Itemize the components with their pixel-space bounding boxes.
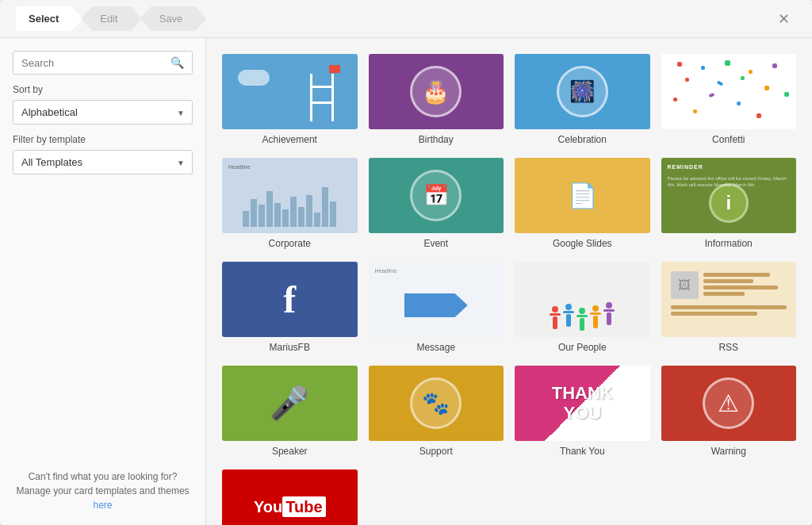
- step-save-label: Save: [159, 13, 183, 25]
- dot-5: [772, 63, 777, 68]
- building-2: [251, 199, 257, 227]
- thumb-youtube: YouTube: [222, 469, 358, 525]
- dot-7: [716, 80, 723, 86]
- template-mariusfb[interactable]: f MariusFB: [222, 262, 358, 353]
- template-googleslides[interactable]: 📄 Google Slides: [515, 158, 650, 249]
- footer-text: Can't find what you are looking for? Man…: [16, 471, 189, 496]
- template-support[interactable]: 🐾 Support: [369, 366, 504, 457]
- template-achievement[interactable]: Achievement: [222, 54, 358, 145]
- content-area: Achievement 🎂 Birthday 🎆 Celebration: [206, 38, 812, 525]
- achievement-ladder: [310, 74, 334, 121]
- close-button[interactable]: ✕: [772, 7, 796, 31]
- thumb-achievement: [222, 54, 358, 129]
- search-box[interactable]: 🔍: [13, 51, 193, 75]
- footer-link[interactable]: here: [93, 500, 112, 511]
- dot-11: [708, 93, 714, 98]
- sort-by-label: Sort by: [13, 84, 193, 95]
- achievement-cloud: [238, 70, 270, 86]
- search-input[interactable]: [21, 57, 166, 69]
- template-rss[interactable]: 🖼: [661, 262, 797, 353]
- sort-section: Sort by Alphabetical Date Name ▼: [13, 84, 193, 125]
- person-2: [563, 304, 574, 327]
- building-4: [266, 191, 273, 227]
- youtube-tube: Tube: [282, 496, 325, 517]
- template-corporate-label: Corporate: [269, 238, 311, 249]
- thumb-rss: 🖼: [661, 262, 797, 337]
- sidebar: 🔍 Sort by Alphabetical Date Name ▼ Filte…: [0, 38, 206, 525]
- building-1: [243, 211, 249, 227]
- dot-3: [725, 60, 730, 66]
- template-ourpeople[interactable]: Our People: [515, 262, 650, 353]
- fb-f-letter: f: [283, 278, 296, 321]
- template-confetti[interactable]: Confetti: [661, 54, 797, 145]
- template-speaker[interactable]: 🎤 Speaker: [222, 366, 358, 457]
- template-celebration[interactable]: 🎆 Celebration: [515, 54, 650, 145]
- dot-8: [741, 76, 745, 80]
- template-warning[interactable]: ⚠ Warning: [661, 366, 797, 457]
- template-support-label: Support: [419, 446, 453, 457]
- rss-lines: [703, 271, 787, 296]
- dot-10: [673, 98, 677, 102]
- modal-header: Select Edit Save ✕: [0, 0, 812, 38]
- person-3: [576, 308, 588, 331]
- youtube-y: You: [254, 498, 282, 515]
- celebration-circle: 🎆: [557, 66, 608, 117]
- building-12: [330, 201, 336, 227]
- step-save[interactable]: Save: [140, 6, 207, 31]
- person-5: [603, 302, 615, 325]
- googleslides-icon: 📄: [568, 182, 597, 209]
- template-information-label: Information: [705, 238, 753, 249]
- info-sub-text: Please be advised the office will be clo…: [668, 175, 791, 189]
- template-corporate[interactable]: Headline: [222, 158, 358, 249]
- filter-select[interactable]: All Templates Corporate Social: [13, 150, 193, 174]
- rss-lines-2: [671, 304, 787, 328]
- thumb-confetti: [661, 54, 797, 129]
- template-event[interactable]: 📅 Event: [369, 158, 504, 249]
- template-birthday-label: Birthday: [419, 134, 454, 145]
- modal-container: Select Edit Save ✕ 🔍 Sort by Alphabetica: [0, 0, 812, 525]
- thumb-warning: ⚠: [661, 366, 797, 441]
- template-rss-label: RSS: [718, 342, 738, 353]
- template-event-label: Event: [423, 238, 448, 249]
- template-message[interactable]: Headline Message: [369, 262, 504, 353]
- arrow-shape: [404, 293, 468, 317]
- template-information[interactable]: REMINDER Please be advised the office wi…: [661, 158, 797, 249]
- template-thankyou-label: Thank You: [560, 446, 605, 457]
- building-10: [314, 213, 320, 227]
- achievement-flag: [329, 65, 340, 73]
- sort-select-wrapper: Alphabetical Date Name ▼: [13, 100, 193, 125]
- thumb-speaker: 🎤: [222, 366, 358, 441]
- dot-15: [756, 113, 761, 118]
- dot-14: [693, 109, 697, 113]
- template-warning-label: Warning: [711, 446, 746, 457]
- youtube-text: YouTube: [254, 498, 326, 516]
- building-7: [290, 197, 297, 227]
- template-birthday[interactable]: 🎂 Birthday: [369, 54, 504, 145]
- birthday-circle: 🎂: [410, 66, 462, 117]
- speaker-icon: 🎤: [270, 385, 309, 422]
- filter-label: Filter by template: [13, 134, 193, 145]
- corp-headline: Headline: [228, 164, 351, 170]
- step-edit-label: Edit: [100, 13, 117, 25]
- corp-city: [228, 173, 351, 227]
- thumb-thankyou: THANKYOU: [515, 366, 650, 441]
- building-8: [298, 207, 304, 227]
- template-achievement-label: Achievement: [262, 134, 317, 145]
- info-circle: i: [709, 183, 749, 223]
- step-select[interactable]: Select: [16, 6, 82, 31]
- search-icon: 🔍: [170, 56, 184, 69]
- step-edit[interactable]: Edit: [81, 6, 141, 31]
- dot-9: [764, 86, 769, 90]
- thumb-mariusfb: f: [222, 262, 358, 337]
- template-thankyou[interactable]: THANKYOU Thank You: [515, 366, 650, 457]
- templates-grid: Achievement 🎂 Birthday 🎆 Celebration: [222, 54, 796, 525]
- person-4: [590, 305, 601, 328]
- template-youtube[interactable]: YouTube YouTube: [222, 469, 358, 525]
- dot-12: [737, 102, 741, 105]
- building-5: [274, 203, 281, 227]
- event-circle: 📅: [410, 170, 462, 221]
- thumb-birthday: 🎂: [369, 54, 504, 129]
- dot-6: [685, 78, 689, 82]
- sort-select[interactable]: Alphabetical Date Name: [13, 100, 193, 125]
- dot-4: [749, 70, 753, 74]
